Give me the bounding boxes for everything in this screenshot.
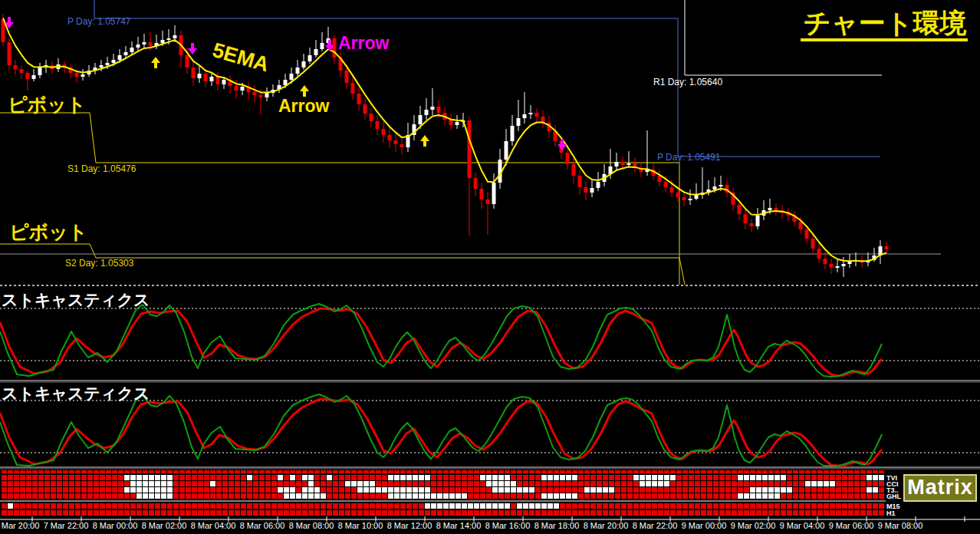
time-label: 8 Mar 06:00 [234, 521, 291, 530]
time-label: 7 Mar 22:00 [38, 521, 94, 530]
time-label: 9 Mar 00:00 [676, 521, 732, 530]
matrix-row-label-ghl: GHL [886, 493, 901, 499]
matrix-panel[interactable] [0, 469, 980, 518]
matrix-badge: Matrix [903, 474, 977, 502]
mt4-chart-window[interactable]: チャート環境 ピボット ピボット 5EMA Arrow Arrow P Day:… [0, 0, 980, 534]
main-chart-panel[interactable] [0, 0, 980, 285]
arrow-annotation-magenta: Arrow [338, 33, 389, 54]
matrix-row-label-m15: M15 [886, 503, 900, 509]
time-label: 8 Mar 00:00 [87, 521, 143, 530]
pivot-annotation-2: ピボット [9, 219, 87, 245]
time-label: 8 Mar 16:00 [479, 521, 536, 530]
time-label: 9 Mar 06:00 [823, 521, 880, 530]
p-day-label: P Day: 1.05491 [657, 152, 721, 163]
s2-day-label: S2 Day: 1.05303 [65, 258, 133, 269]
r1-day-label: R1 Day: 1.05640 [653, 77, 722, 87]
time-label: 8 Mar 20:00 [577, 521, 634, 530]
s1-day-label: S1 Day: 1.05476 [67, 163, 136, 174]
time-label: 8 Mar 22:00 [626, 521, 683, 530]
time-label: 8 Mar 02:00 [136, 521, 192, 530]
time-label: 9 Mar 08:00 [872, 521, 929, 530]
stochastic-title-1: ストキャスティクス [2, 289, 150, 311]
matrix-row-label-h1: H1 [886, 510, 896, 516]
arrow-annotation-yellow: Arrow [278, 96, 329, 117]
time-label: 8 Mar 08:00 [283, 521, 340, 530]
time-label: 8 Mar 14:00 [430, 521, 487, 530]
time-label: 8 Mar 10:00 [332, 521, 389, 530]
time-label: 8 Mar 12:00 [381, 521, 438, 530]
time-label: 8 Mar 18:00 [528, 521, 585, 530]
time-label: 8 Mar 04:00 [185, 521, 242, 530]
stochastic-title-2: ストキャスティクス [2, 383, 150, 404]
pivot-annotation-1: ピボット [8, 92, 86, 117]
p-day-prev-label: P Day: 1.05747 [67, 16, 131, 27]
chart-environment-title: チャート環境 [801, 9, 968, 41]
time-label: 9 Mar 02:00 [725, 521, 781, 530]
time-label: 9 Mar 04:00 [774, 521, 830, 530]
